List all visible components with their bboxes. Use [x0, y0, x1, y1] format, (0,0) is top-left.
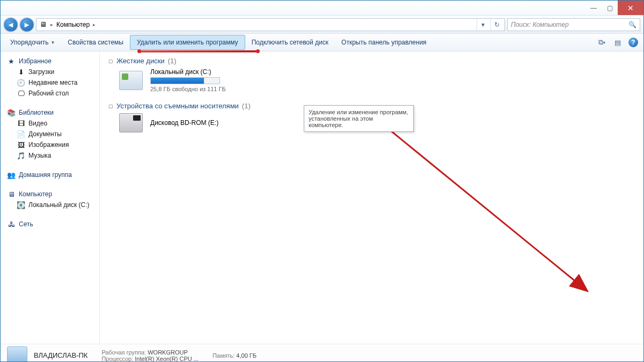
section-count: (1) [242, 102, 251, 110]
nav-forward-button[interactable]: ► [20, 18, 34, 32]
disk-usage-bar [150, 77, 220, 84]
sidebar-item-recent[interactable]: 🕘Недавние места [6, 77, 97, 88]
section-title: Жесткие диски [116, 57, 165, 65]
optical-drive-icon [119, 113, 143, 132]
breadcrumb-location[interactable]: Компьютер [56, 21, 90, 28]
sidebar-label: Домашняя группа [19, 171, 72, 179]
window-titlebar: — ▢ ✕ [1, 1, 643, 16]
drive-label: Локальный диск (C:) [150, 68, 226, 76]
breadcrumb-sep-icon[interactable]: ▸ [93, 22, 96, 27]
drive-free-space: 25,8 ГБ свободно из 111 ГБ [150, 86, 226, 92]
collapse-icon[interactable]: ▢ [108, 104, 113, 109]
sidebar-label: Локальный диск (C:) [28, 201, 90, 209]
sidebar-item-music[interactable]: 🎵Музыка [6, 150, 97, 161]
search-icon[interactable]: 🔍 [628, 21, 636, 28]
sidebar-label: Изображения [28, 141, 69, 149]
tooltip-uninstall-program: Удаление или изменение программ, установ… [304, 105, 414, 132]
documents-icon: 📄 [17, 130, 25, 138]
sidebar-computer-header[interactable]: 🖥Компьютер [6, 189, 97, 200]
cpu-value: Intel(R) Xeon(R) CPU ... [135, 356, 199, 362]
sidebar-label: Музыка [28, 152, 51, 159]
sidebar-item-local-disk-c[interactable]: 💽Локальный диск (C:) [6, 200, 97, 210]
address-dropdown-button[interactable]: ▾ [477, 19, 488, 31]
hard-drive-icon [119, 71, 143, 90]
details-pane: ВЛАДИСЛАВ-ПК Рабочая группа: WORKGROUP П… [1, 344, 643, 362]
drive-icon: 💽 [17, 201, 25, 209]
sidebar-item-desktop[interactable]: 🖵Рабочий стол [6, 88, 97, 99]
svg-line-0 [372, 116, 576, 282]
toolbar-map-network-drive[interactable]: Подключить сетевой диск [245, 34, 335, 51]
sidebar-label: Недавние места [28, 79, 77, 86]
window-maximize-button[interactable]: ▢ [602, 1, 618, 15]
help-icon[interactable]: ? [628, 38, 638, 47]
annotation-arrow [308, 105, 598, 298]
drive-item-local-c[interactable]: Локальный диск (C:) 25,8 ГБ свободно из … [119, 68, 635, 92]
pictures-icon: 🖼 [17, 141, 25, 149]
recent-icon: 🕘 [17, 78, 25, 87]
sidebar-label: Сеть [19, 220, 33, 228]
view-options-icon[interactable]: ⧉▾ [596, 37, 607, 48]
memory-label: Память: [213, 352, 235, 359]
computer-large-icon [7, 346, 27, 363]
collapse-icon[interactable]: ▢ [108, 58, 113, 64]
pc-name: ВЛАДИСЛАВ-ПК [34, 351, 87, 359]
sidebar-label: Рабочий стол [28, 90, 69, 97]
section-count: (1) [168, 57, 177, 65]
search-placeholder: Поиск: Компьютер [511, 21, 569, 28]
computer-icon: 🖥 [39, 20, 47, 29]
sidebar-network-header[interactable]: 🖧Сеть [6, 219, 97, 230]
section-title: Устройства со съемными носителями [116, 102, 239, 110]
nav-back-button[interactable]: ◄ [4, 18, 18, 32]
sidebar-item-downloads[interactable]: ⬇Загрузки [6, 67, 97, 77]
computer-icon: 🖥 [7, 190, 16, 198]
navigation-bar: ◄ ► 🖥 ▸ Компьютер ▸ ▾ ↻ Поиск: Компьютер… [1, 16, 643, 34]
libraries-icon: 📚 [7, 108, 16, 117]
sidebar-homegroup-header[interactable]: 👥Домашняя группа [6, 169, 97, 180]
sidebar-item-documents[interactable]: 📄Документы [6, 129, 97, 139]
sidebar-label: Видео [28, 120, 47, 127]
cpu-label: Процессор: [101, 356, 133, 362]
breadcrumb-sep-icon: ▸ [50, 22, 53, 27]
workgroup-value: WORKGROUP [148, 349, 188, 356]
video-icon: 🎞 [17, 119, 25, 128]
toolbar-control-panel[interactable]: Открыть панель управления [335, 34, 433, 51]
sidebar-label: Избранное [19, 57, 52, 65]
sidebar-label: Библиотеки [19, 109, 54, 116]
workgroup-label: Рабочая группа: [101, 349, 146, 356]
toolbar-organize[interactable]: Упорядочить ▼ [4, 34, 61, 51]
music-icon: 🎵 [17, 151, 25, 160]
sidebar-item-pictures[interactable]: 🖼Изображения [6, 139, 97, 150]
chevron-down-icon: ▼ [50, 40, 55, 45]
downloads-icon: ⬇ [17, 68, 25, 76]
section-header-hard-drives[interactable]: ▢ Жесткие диски (1) [108, 57, 635, 65]
homegroup-icon: 👥 [7, 171, 16, 179]
toolbar: Упорядочить ▼ Свойства системы Удалить и… [1, 34, 643, 51]
sidebar-favorites-header[interactable]: ★Избранное [6, 56, 97, 67]
sidebar-libraries-header[interactable]: 📚Библиотеки [6, 107, 97, 118]
content-pane: ▢ Жесткие диски (1) Локальный диск (C:) … [100, 51, 643, 344]
star-icon: ★ [7, 57, 16, 65]
navigation-pane: ★Избранное ⬇Загрузки 🕘Недавние места 🖵Ра… [1, 51, 100, 344]
toolbar-organize-label: Упорядочить [10, 39, 48, 46]
window-close-button[interactable]: ✕ [618, 1, 643, 15]
sidebar-label: Компьютер [19, 190, 52, 198]
toolbar-uninstall-program[interactable]: Удалить или изменить программу [130, 35, 245, 50]
search-input[interactable]: Поиск: Компьютер 🔍 [507, 18, 640, 31]
preview-pane-icon[interactable]: ▤ [612, 37, 623, 48]
sidebar-label: Документы [28, 130, 62, 138]
drive-label: Дисковод BD-ROM (E:) [150, 119, 218, 127]
sidebar-label: Загрузки [28, 68, 54, 76]
desktop-icon: 🖵 [17, 89, 25, 98]
window-minimize-button[interactable]: — [586, 1, 602, 15]
toolbar-system-properties[interactable]: Свойства системы [61, 34, 130, 51]
address-bar[interactable]: 🖥 ▸ Компьютер ▸ ▾ ↻ [36, 18, 505, 31]
memory-value: 4,00 ГБ [236, 352, 257, 359]
refresh-button[interactable]: ↻ [491, 19, 502, 31]
network-icon: 🖧 [7, 220, 16, 228]
sidebar-item-video[interactable]: 🎞Видео [6, 118, 97, 129]
